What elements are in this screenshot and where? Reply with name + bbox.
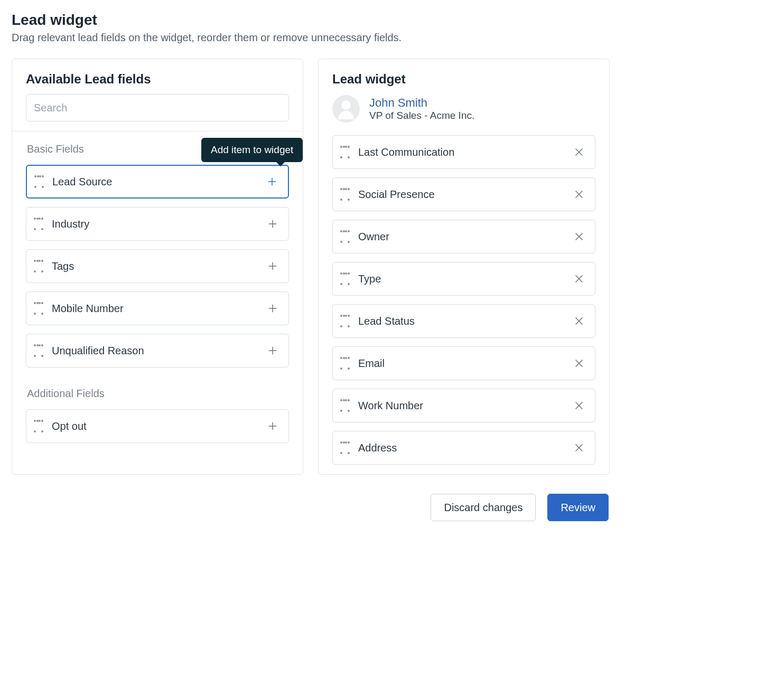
remove-field-button[interactable] [572,229,586,244]
lead-name-link[interactable]: John Smith [369,96,474,110]
available-field-item[interactable]: Unqualified Reason [26,334,289,368]
field-label: Lead Source [44,176,265,188]
available-field-item[interactable]: Industry [26,207,289,241]
plus-icon [267,218,278,230]
footer-actions: Discard changes Review [12,475,610,526]
plus-icon [267,420,278,432]
drag-handle-icon[interactable] [34,175,44,188]
drag-handle-icon[interactable] [34,420,43,432]
widget-field-item[interactable]: Lead Status [332,304,595,338]
add-field-button[interactable] [265,174,279,189]
remove-field-button[interactable] [572,398,586,413]
add-field-button[interactable] [265,301,280,316]
close-icon [573,231,585,242]
available-field-item[interactable]: Lead Source [26,165,289,199]
field-label: Last Communication [350,146,572,158]
remove-field-button[interactable] [572,314,586,328]
field-label: Email [350,357,572,370]
remove-field-button[interactable] [572,271,586,286]
field-label: Social Presence [350,189,572,201]
discard-button[interactable]: Discard changes [431,494,536,521]
avatar-icon [332,95,360,123]
page-title: Lead widget [12,12,772,29]
drag-handle-icon[interactable] [340,146,350,158]
field-label: Owner [350,231,572,243]
remove-field-button[interactable] [572,145,586,159]
drag-handle-icon[interactable] [340,188,350,201]
widget-panel-title: Lead widget [332,72,595,87]
drag-handle-icon[interactable] [340,230,350,243]
search-input[interactable] [26,94,289,121]
remove-field-button[interactable] [572,187,586,202]
add-field-button[interactable] [265,343,280,358]
widget-field-item[interactable]: Work Number [332,389,595,422]
field-label: Unqualified Reason [43,345,265,357]
drag-handle-icon[interactable] [340,315,350,327]
field-label: Work Number [350,400,572,412]
plus-icon [267,303,278,314]
drag-handle-icon[interactable] [340,399,350,412]
available-fields-panel: Available Lead fields Add item to widget… [12,59,303,475]
field-label: Opt out [43,420,265,432]
close-icon [573,442,585,454]
widget-field-item[interactable]: Owner [332,220,595,253]
drag-handle-icon[interactable] [34,302,43,315]
available-fields-scroll[interactable]: Add item to widget Basic Fields Lead Sou… [12,131,303,474]
review-button[interactable]: Review [547,494,609,521]
lead-subtitle: VP of Sales - Acme Inc. [369,110,474,121]
widget-field-item[interactable]: Social Presence [332,177,595,211]
add-field-button[interactable] [265,216,280,231]
drag-handle-icon[interactable] [34,260,43,272]
available-field-item[interactable]: Mobile Number [26,291,289,325]
field-label: Type [350,273,572,285]
lead-card: John Smith VP of Sales - Acme Inc. [332,94,595,135]
add-field-button[interactable] [265,259,280,274]
available-field-item[interactable]: Tags [26,249,289,283]
plus-icon [267,345,278,356]
drag-handle-icon[interactable] [340,272,350,285]
close-icon [573,146,585,158]
plus-icon [267,260,278,272]
drag-handle-icon[interactable] [340,441,350,454]
close-icon [573,400,585,411]
available-fields-title: Available Lead fields [26,72,289,87]
widget-field-item[interactable]: Address [332,431,595,465]
widget-fields-scroll[interactable]: John Smith VP of Sales - Acme Inc. Last … [319,94,609,474]
close-icon [573,273,585,285]
close-icon [573,315,585,327]
plus-icon [266,176,278,187]
drag-handle-icon[interactable] [340,357,350,370]
add-field-button[interactable] [265,419,280,434]
close-icon [573,357,585,369]
field-label: Tags [43,260,265,272]
add-item-tooltip: Add item to widget [201,138,303,162]
widget-panel: Lead widget John Smith VP of Sales - Acm… [318,59,610,475]
field-group-label: Additional Fields [27,388,289,400]
available-field-item[interactable]: Opt out [26,409,289,443]
drag-handle-icon[interactable] [34,344,43,357]
field-label: Lead Status [350,315,572,327]
close-icon [573,189,585,200]
field-label: Industry [43,218,265,230]
widget-field-item[interactable]: Email [332,346,595,380]
widget-field-item[interactable]: Type [332,262,595,296]
field-label: Mobile Number [43,303,265,315]
page-subtitle: Drag relevant lead fields on the widget,… [12,32,772,44]
remove-field-button[interactable] [572,440,586,455]
drag-handle-icon[interactable] [34,218,43,230]
widget-field-item[interactable]: Last Communication [332,135,595,169]
field-label: Address [350,442,572,454]
remove-field-button[interactable] [572,356,586,371]
